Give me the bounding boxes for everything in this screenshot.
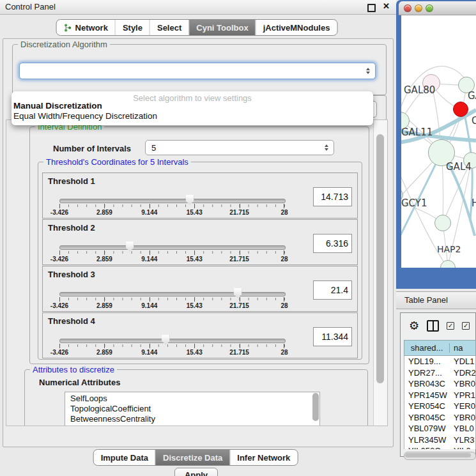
attribute-list-item[interactable]: SelfLoops [70,394,319,404]
attribute-list-item[interactable]: TopologicalCoefficient [70,404,319,414]
tab[interactable]: Style [115,20,150,35]
attribute-list-item[interactable]: BetweennessCentrality [70,414,319,424]
traffic-light-button[interactable] [426,4,433,12]
slider-major-ticks [59,250,284,255]
number-of-intervals-combobox[interactable]: 5 [145,140,334,155]
apply-button[interactable]: Apply [174,468,218,476]
list-scrollbar-thumb[interactable] [312,393,319,421]
slider-axis-labels: -3.4262.8599.14415.4321.71528 [59,209,284,217]
vertical-scrollbar-track[interactable] [373,120,387,426]
network-node[interactable] [453,102,468,117]
column-header[interactable]: na [450,343,475,353]
threshold-list: Threshold 1 -3.4262.859 [42,173,358,359]
tab[interactable]: jActiveMNodules [256,20,337,35]
table-cell: YDL1 [449,357,475,366]
threshold-value-field[interactable]: 11.344 [313,327,352,346]
checkbox-icon[interactable]: ✓ [447,322,454,330]
axis-tick-label: 2.859 [96,209,112,216]
column-header[interactable]: shared... [404,343,450,353]
table-cell: YIL0 [449,446,475,449]
tab-label: Discretize Data [163,453,222,463]
table-cell: YDR27... [404,368,449,378]
node-label: H [472,197,476,209]
table-row[interactable]: YPR145W YPR1 [404,390,475,401]
traffic-light-button[interactable] [415,4,422,12]
screenshot-root: Control Panel ✕ Network [0,0,476,476]
axis-tick-label: 15.43 [187,209,203,216]
axis-tick-label: 15.43 [187,349,203,356]
network-icon [64,24,72,32]
table-cell: YLR345W [404,435,449,445]
axis-tick-label: -3.426 [50,209,68,216]
discretization-algorithm-group: Discretization Algorithm [12,44,387,95]
table-cell: YPR1 [449,390,475,400]
group-title: Discretization Algorithm [18,40,110,49]
table-body: YDL19... YDL1 YDR27... YDR2 YBR043C YBR0… [404,356,476,449]
threshold-label: Threshold 3 [48,270,95,279]
gear-icon[interactable]: ⚙ [409,320,419,332]
table-row[interactable]: YDR27... YDR2 [404,367,475,379]
table-cell: YPR145W [404,390,449,400]
axis-tick-label: 2.859 [96,302,112,309]
threshold-value-field[interactable]: 21.4 [313,280,352,300]
tab[interactable]: Cyni Toolbox [188,20,255,35]
tab-label: Style [123,23,142,33]
algorithm-combobox[interactable] [19,63,376,79]
axis-tick-label: 28 [280,256,288,263]
network-window-titlebar[interactable] [399,1,476,15]
threshold-slider[interactable] [59,245,286,250]
threshold-slider[interactable] [59,292,286,296]
float-window-icon[interactable] [367,4,376,12]
split-view-icon[interactable] [427,320,439,332]
table-row[interactable]: YDL19... YDL1 [404,356,475,367]
network-node[interactable] [434,215,451,231]
axis-tick-label: -3.426 [50,256,68,263]
table-cell: YDL19... [404,357,449,366]
node-table: shared... na YDL19... YDL1 YDR27... YDR2… [404,340,476,456]
threshold-slider[interactable] [59,199,286,203]
axis-tick-label: 15.43 [187,256,203,263]
table-row[interactable]: YBL079W YBL0 [404,423,475,434]
axis-tick-label: 9.144 [141,302,157,309]
threshold-slider[interactable] [59,339,286,343]
axis-tick-label: 21.715 [229,256,249,263]
threshold-label: Threshold 4 [48,316,95,326]
table-row[interactable]: YIL052C YIL0 [404,445,475,449]
control-panel-title: Control Panel [5,2,56,12]
tab[interactable]: Discretize Data [155,450,229,465]
tab[interactable]: Select [150,20,188,35]
table-cell: YBL0 [449,424,475,433]
table-header-row: shared... na [404,340,476,356]
node-label: GAL4 [446,161,472,173]
slider-major-ticks [59,204,284,208]
table-row[interactable]: YBR043C YBR0 [404,378,475,390]
axis-tick-label: 28 [280,349,288,356]
dropdown-option[interactable]: Equal Width/Frequency Discretization [13,111,157,121]
table-cell: YBR043C [404,379,449,388]
network-view-window: GAL80GACGAL11GAL4GCY1HHAP2 [396,0,476,289]
horizontal-scrollbar-track[interactable] [404,452,476,460]
traffic-light-button[interactable] [404,4,411,12]
threshold-label: Threshold 1 [48,176,95,186]
table-row[interactable]: YLR345W YLR3 [404,434,475,446]
tab[interactable]: Impute Data [94,450,155,465]
network-canvas[interactable]: GAL80GACGAL11GAL4GCY1HHAP2 [401,15,476,268]
table-cell: YLR3 [449,435,475,445]
node-label: GCY1 [401,197,427,209]
threshold-panel: Threshold 3 -3.4262.859 [42,266,358,312]
spinner-arrows-icon [325,141,328,155]
attributes-group: Attributes to discretize Numerical Attri… [24,369,368,426]
close-icon[interactable]: ✕ [383,1,390,11]
horizontal-scrollbar-thumb[interactable] [405,453,471,457]
tab[interactable]: Infer Network [229,450,297,465]
table-cell: YBR0 [449,379,475,388]
dropdown-option[interactable]: Manual Discretization [13,101,102,111]
spinner-arrows-icon [366,63,370,79]
table-row[interactable]: YER054C YER0 [404,401,475,412]
table-row[interactable]: YBR045C YBR0 [404,412,475,424]
checkbox-icon[interactable]: ✓ [462,322,470,330]
threshold-value-field[interactable]: 14.713 [313,187,352,206]
threshold-value-field[interactable]: 6.316 [313,234,352,253]
tab[interactable]: Network [57,20,115,35]
vertical-scrollbar-thumb[interactable] [376,134,384,383]
